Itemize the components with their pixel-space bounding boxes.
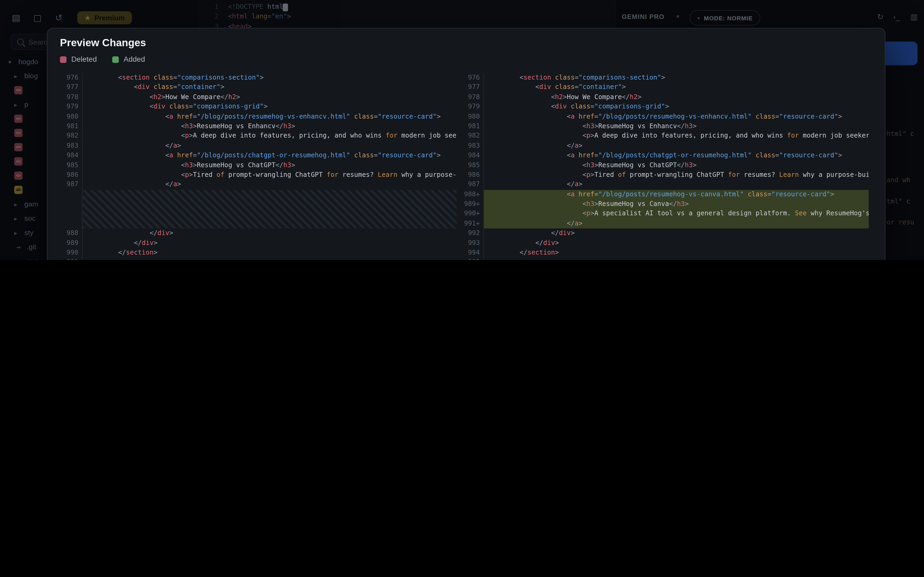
- diff-line: 989 </div>: [60, 238, 457, 248]
- code-text: </div>: [484, 229, 869, 238]
- diff-legend: Deleted Added: [60, 55, 145, 64]
- code-text: <a href="/blog/posts/resumehog-vs-enhanc…: [484, 112, 869, 121]
- diff-line: 977 <div class="container">: [60, 83, 457, 92]
- diff-line: 981 <h3>ResumeHog vs Enhancv</h3>: [60, 121, 457, 131]
- diff-gap-block: [60, 190, 457, 229]
- diff-line: 984 <a href="/blog/posts/chatgpt-or-resu…: [462, 151, 869, 160]
- diff-line: 984 <a href="/blog/posts/chatgpt-or-resu…: [60, 151, 457, 160]
- diff-line: 994 </section>: [462, 248, 869, 258]
- line-number: 981: [60, 121, 82, 131]
- diff-line: 978 <h2>How We Compare</h2>: [462, 92, 869, 102]
- code-text: </a>: [82, 180, 457, 190]
- code-text: </section>: [82, 248, 457, 258]
- line-number: 980: [60, 112, 82, 121]
- code-text: </div>: [82, 238, 457, 248]
- code-text: <a href="/blog/posts/resumehog-vs-canva.…: [484, 190, 869, 199]
- line-number: 993: [462, 238, 484, 248]
- code-text: <section class="comparisons-section">: [82, 73, 457, 82]
- code-text: <a href="/blog/posts/chatgpt-or-resumeho…: [82, 151, 457, 160]
- line-number: 977: [60, 83, 82, 92]
- added-label: Added: [124, 55, 145, 64]
- line-number: 985: [60, 161, 82, 170]
- code-text: [484, 258, 869, 260]
- code-text: <p>Tired of prompt-wrangling ChatGPT for…: [82, 170, 457, 180]
- app-window: ▤ ▢ ↺ ★ Premium Search fi ▾hogdo▸blog<>▸…: [0, 0, 924, 260]
- legend-added: Added: [112, 55, 145, 64]
- diff-line: 979 <div class="comparisons-grid">: [60, 102, 457, 112]
- line-number: 981: [462, 121, 484, 131]
- modal-title: Preview Changes: [60, 37, 146, 50]
- code-text: <div class="container">: [82, 83, 457, 92]
- code-text: <h3>ResumeHog vs Canva</h3>: [484, 199, 869, 209]
- code-text: <p>A deep dive into features, pricing, a…: [82, 131, 457, 141]
- diff-line: 986 <p>Tired of prompt-wrangling ChatGPT…: [462, 170, 869, 180]
- line-number: 980: [462, 112, 484, 121]
- line-number: 978: [462, 92, 484, 102]
- code-text: </div>: [484, 238, 869, 248]
- line-number: 991+: [462, 219, 484, 228]
- diff-line: 991: [60, 258, 457, 260]
- diff-line: 987 </a>: [60, 180, 457, 190]
- code-text: </section>: [484, 248, 869, 258]
- line-number: 990+: [462, 209, 484, 219]
- code-text: <h3>ResumeHog vs Enhancv</h3>: [82, 121, 457, 131]
- diff-line: 977 <div class="container">: [462, 83, 869, 92]
- diff-panel-original[interactable]: 976 <section class="comparisons-section"…: [60, 73, 457, 260]
- diff-line: 980 <a href="/blog/posts/resumehog-vs-en…: [462, 112, 869, 121]
- line-number: 987: [462, 180, 484, 190]
- diff-line: 995: [462, 258, 869, 260]
- line-number: 984: [462, 151, 484, 160]
- code-text: <h3>ResumeHog vs Enhancv</h3>: [484, 121, 869, 131]
- code-text: <div class="comparisons-grid">: [82, 102, 457, 112]
- diff-line: 980 <a href="/blog/posts/resumehog-vs-en…: [60, 112, 457, 121]
- line-number: 982: [462, 131, 484, 141]
- code-text: <h2>How We Compare</h2>: [82, 92, 457, 102]
- line-number: 992: [462, 229, 484, 238]
- code-text: <a href="/blog/posts/resumehog-vs-enhanc…: [82, 112, 457, 121]
- code-text: </div>: [82, 229, 457, 238]
- code-text: <h3>ResumeHog vs ChatGPT</h3>: [484, 161, 869, 170]
- diff-line: 982 <p>A deep dive into features, pricin…: [60, 131, 457, 141]
- diff-line: 987 </a>: [462, 180, 869, 190]
- code-text: <div class="comparisons-grid">: [484, 102, 869, 112]
- diff-line: 981 <h3>ResumeHog vs Enhancv</h3>: [462, 121, 869, 131]
- diff-line: 986 <p>Tired of prompt-wrangling ChatGPT…: [60, 170, 457, 180]
- code-text: </a>: [484, 141, 869, 151]
- legend-deleted: Deleted: [60, 55, 97, 64]
- line-number: 991: [60, 258, 82, 260]
- line-number: 988: [60, 229, 82, 238]
- code-text: <h3>ResumeHog vs ChatGPT</h3>: [82, 161, 457, 170]
- line-number: 984: [60, 151, 82, 160]
- line-number: 990: [60, 248, 82, 258]
- deleted-label: Deleted: [71, 55, 97, 64]
- line-number: 989+: [462, 199, 484, 209]
- diff-panel-modified[interactable]: 976 <section class="comparisons-section"…: [462, 73, 869, 260]
- diff-line: 991+ </a>: [462, 219, 869, 228]
- diff-line: 988+ <a href="/blog/posts/resumehog-vs-c…: [462, 190, 869, 199]
- code-text: <h2>How We Compare</h2>: [484, 92, 869, 102]
- code-text: </a>: [82, 141, 457, 151]
- diff-line: 976 <section class="comparisons-section"…: [60, 73, 457, 82]
- line-number: 976: [60, 73, 82, 82]
- diff-line: 983 </a>: [462, 141, 869, 151]
- diff-line: 979 <div class="comparisons-grid">: [462, 102, 869, 112]
- code-text: </a>: [484, 180, 869, 190]
- diff-line: 983 </a>: [60, 141, 457, 151]
- line-number: 983: [462, 141, 484, 151]
- line-number: 986: [60, 170, 82, 180]
- diff-line: 976 <section class="comparisons-section"…: [462, 73, 869, 82]
- line-number: 994: [462, 248, 484, 258]
- line-number: 976: [462, 73, 484, 82]
- code-text: <p>A deep dive into features, pricing, a…: [484, 131, 869, 141]
- line-number: 987: [60, 180, 82, 190]
- diff-line: 992 </div>: [462, 229, 869, 238]
- code-text: <a href="/blog/posts/chatgpt-or-resumeho…: [484, 151, 869, 160]
- code-text: <section class="comparisons-section">: [484, 73, 869, 82]
- line-number: 978: [60, 92, 82, 102]
- code-text: <div class="container">: [484, 83, 869, 92]
- line-number: 982: [60, 131, 82, 141]
- line-number: 988+: [462, 190, 484, 199]
- line-number: 977: [462, 83, 484, 92]
- code-text: <p>A specialist AI tool vs a general des…: [484, 209, 869, 219]
- diff-line: 985 <h3>ResumeHog vs ChatGPT</h3>: [462, 161, 869, 170]
